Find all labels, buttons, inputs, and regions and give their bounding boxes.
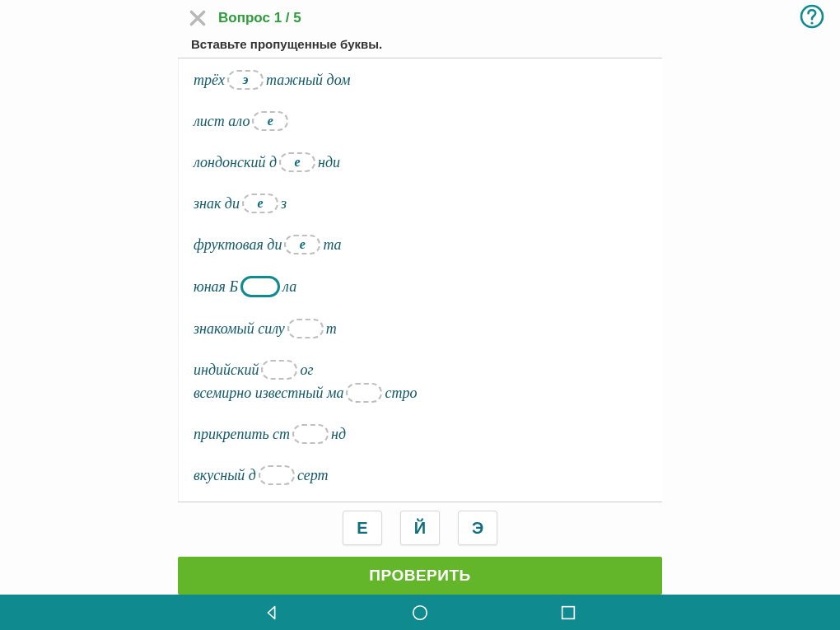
exercise-line: знак диез [194, 194, 647, 213]
phrase-text: юная Б [194, 277, 238, 296]
phrase-text: серт [297, 465, 329, 485]
phrase-text: т [326, 319, 337, 338]
android-navbar [0, 595, 840, 630]
phrase-text: лист ало [194, 111, 250, 131]
blank-input[interactable]: е [279, 152, 315, 172]
blank-input[interactable] [292, 424, 329, 444]
phrase-text: з [281, 194, 287, 213]
phrase-text: ог [300, 360, 313, 380]
blank-input[interactable] [261, 360, 297, 380]
nav-home-icon[interactable] [404, 596, 436, 629]
phrase-text: стро [385, 383, 417, 403]
letter-options-row: ЕЙЭ [343, 511, 497, 545]
exercise-line: лист алое [194, 111, 647, 131]
bottom-area: ЕЙЭ ПРОВЕРИТЬ [178, 502, 662, 595]
instruction-text: Вставьте пропущенные буквы. [178, 32, 662, 58]
phrase-text: знак ди [194, 194, 240, 213]
letter-option[interactable]: Е [343, 511, 382, 545]
exercise-line: прикрепить стнд [194, 424, 647, 444]
svg-rect-3 [562, 606, 575, 618]
phrase-text: индийский [194, 360, 259, 380]
phrase-text: та [323, 235, 341, 254]
blank-input[interactable]: е [242, 194, 278, 213]
phrase-text: всемирно известный ма [194, 383, 343, 403]
nav-back-icon[interactable] [255, 596, 288, 629]
letter-option[interactable]: Э [458, 511, 497, 545]
phrase-text: нди [318, 152, 340, 172]
phrase-text: трёх [194, 70, 225, 90]
exercise-line: всемирно известный мастро [194, 383, 647, 403]
phrase-text: тажный дом [266, 70, 351, 90]
phrase-text: лондонский д [194, 152, 277, 172]
check-button[interactable]: ПРОВЕРИТЬ [178, 557, 662, 595]
blank-input-active[interactable] [240, 276, 280, 297]
help-icon[interactable] [799, 3, 825, 30]
blank-input[interactable]: э [227, 70, 264, 90]
exercise-line: юная Бла [194, 276, 647, 297]
phrase-text: вкусный д [194, 465, 256, 485]
exercise-line: знакомый силут [194, 319, 647, 338]
blank-input[interactable]: е [284, 235, 320, 254]
close-icon[interactable] [187, 7, 208, 29]
blank-input[interactable] [287, 319, 324, 338]
blank-input[interactable] [346, 383, 382, 403]
blank-input[interactable] [259, 465, 295, 485]
phrase-text: фруктовая ди [194, 235, 282, 254]
phrase-text: ла [282, 277, 296, 296]
phrase-text: прикрепить ст [194, 424, 290, 444]
svg-point-2 [413, 605, 427, 619]
nav-recent-icon[interactable] [552, 596, 585, 629]
exercise-content: трёхэтажный домлист алоелондонский денди… [178, 58, 662, 502]
exercise-line: фруктовая диета [194, 235, 647, 254]
exercise-line: трёхэтажный дом [194, 70, 647, 90]
question-counter: Вопрос 1 / 5 [218, 10, 301, 26]
phrase-text: нд [331, 424, 346, 444]
blank-input[interactable]: е [252, 111, 288, 131]
phrase-text: знакомый силу [194, 319, 285, 338]
letter-option[interactable]: Й [400, 511, 440, 545]
exercise-line: вкусный дсерт [194, 465, 647, 485]
exercise-line: индийский ог [194, 360, 647, 380]
svg-point-1 [810, 21, 813, 24]
exercise-line: лондонский денди [194, 152, 647, 172]
header-bar: Вопрос 1 / 5 [0, 3, 840, 32]
